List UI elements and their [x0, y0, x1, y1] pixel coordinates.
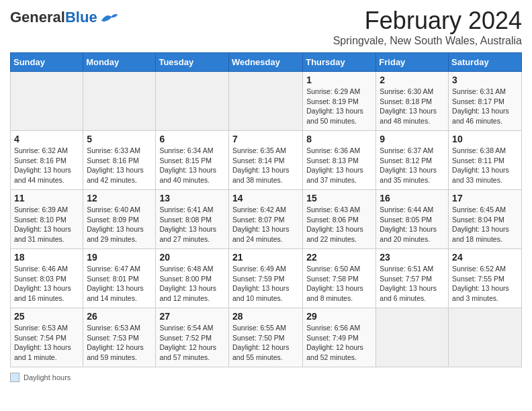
day-info: Sunrise: 6:51 AM Sunset: 7:57 PM Dayligh…	[380, 264, 445, 304]
footer: Daylight hours	[10, 373, 522, 382]
day-number: 10	[452, 134, 518, 144]
day-info: Sunrise: 6:34 AM Sunset: 8:15 PM Dayligh…	[159, 146, 225, 185]
day-info: Sunrise: 6:52 AM Sunset: 7:55 PM Dayligh…	[452, 264, 518, 304]
logo-general: General	[10, 9, 65, 26]
calendar-cell: 4Sunrise: 6:32 AM Sunset: 8:16 PM Daylig…	[11, 131, 83, 190]
calendar-week-row: 1Sunrise: 6:29 AM Sunset: 8:19 PM Daylig…	[11, 72, 522, 131]
day-number: 17	[452, 193, 518, 203]
calendar-cell: 14Sunrise: 6:42 AM Sunset: 8:07 PM Dayli…	[228, 190, 302, 249]
day-header-thursday: Thursday	[303, 53, 376, 72]
calendar-cell: 10Sunrise: 6:38 AM Sunset: 8:11 PM Dayli…	[449, 131, 522, 190]
day-number: 1	[306, 75, 372, 85]
day-number: 21	[232, 252, 299, 263]
header: GeneralBlue February 2024 Springvale, Ne…	[10, 7, 522, 47]
day-info: Sunrise: 6:56 AM Sunset: 7:49 PM Dayligh…	[306, 323, 372, 363]
day-info: Sunrise: 6:43 AM Sunset: 8:06 PM Dayligh…	[306, 205, 372, 244]
day-header-saturday: Saturday	[449, 53, 522, 72]
calendar-cell: 20Sunrise: 6:48 AM Sunset: 8:00 PM Dayli…	[156, 249, 229, 308]
day-header-wednesday: Wednesday	[228, 53, 302, 72]
calendar-header-row: SundayMondayTuesdayWednesdayThursdayFrid…	[11, 53, 522, 72]
day-info: Sunrise: 6:40 AM Sunset: 8:09 PM Dayligh…	[87, 205, 152, 244]
calendar-cell	[449, 308, 522, 367]
day-number: 25	[14, 311, 79, 322]
day-header-tuesday: Tuesday	[156, 53, 229, 72]
day-info: Sunrise: 6:55 AM Sunset: 7:50 PM Dayligh…	[232, 323, 299, 363]
day-number: 2	[380, 75, 445, 85]
day-number: 22	[306, 252, 372, 263]
day-info: Sunrise: 6:35 AM Sunset: 8:14 PM Dayligh…	[232, 146, 299, 185]
calendar-week-row: 4Sunrise: 6:32 AM Sunset: 8:16 PM Daylig…	[11, 131, 522, 190]
calendar-cell: 7Sunrise: 6:35 AM Sunset: 8:14 PM Daylig…	[228, 131, 302, 190]
day-number: 3	[452, 75, 518, 85]
calendar-cell: 22Sunrise: 6:50 AM Sunset: 7:58 PM Dayli…	[303, 249, 376, 308]
day-info: Sunrise: 6:41 AM Sunset: 8:08 PM Dayligh…	[159, 205, 225, 244]
day-number: 29	[306, 311, 372, 322]
calendar-cell: 8Sunrise: 6:36 AM Sunset: 8:13 PM Daylig…	[303, 131, 376, 190]
calendar-cell: 12Sunrise: 6:40 AM Sunset: 8:09 PM Dayli…	[83, 190, 156, 249]
day-header-monday: Monday	[83, 53, 156, 72]
calendar-cell: 5Sunrise: 6:33 AM Sunset: 8:16 PM Daylig…	[83, 131, 156, 190]
day-info: Sunrise: 6:30 AM Sunset: 8:18 PM Dayligh…	[380, 87, 445, 126]
day-info: Sunrise: 6:42 AM Sunset: 8:07 PM Dayligh…	[232, 205, 299, 244]
day-info: Sunrise: 6:36 AM Sunset: 8:13 PM Dayligh…	[306, 146, 372, 185]
day-number: 7	[232, 134, 299, 144]
day-number: 19	[87, 252, 152, 263]
calendar-cell: 2Sunrise: 6:30 AM Sunset: 8:18 PM Daylig…	[376, 72, 449, 131]
day-info: Sunrise: 6:32 AM Sunset: 8:16 PM Dayligh…	[14, 146, 79, 185]
calendar-cell: 16Sunrise: 6:44 AM Sunset: 8:05 PM Dayli…	[376, 190, 449, 249]
calendar-cell: 26Sunrise: 6:53 AM Sunset: 7:53 PM Dayli…	[83, 308, 156, 367]
calendar-cell: 17Sunrise: 6:45 AM Sunset: 8:04 PM Dayli…	[449, 190, 522, 249]
day-number: 18	[14, 252, 79, 263]
day-number: 6	[159, 134, 225, 144]
logo-text: GeneralBlue	[10, 10, 97, 25]
legend-label: Daylight hours	[24, 373, 71, 381]
day-info: Sunrise: 6:37 AM Sunset: 8:12 PM Dayligh…	[380, 146, 445, 185]
calendar-cell	[83, 72, 156, 131]
calendar-cell	[376, 308, 449, 367]
day-header-friday: Friday	[376, 53, 449, 72]
calendar-cell: 21Sunrise: 6:49 AM Sunset: 7:59 PM Dayli…	[228, 249, 302, 308]
calendar-cell	[228, 72, 302, 131]
calendar-cell: 29Sunrise: 6:56 AM Sunset: 7:49 PM Dayli…	[303, 308, 376, 367]
day-info: Sunrise: 6:39 AM Sunset: 8:10 PM Dayligh…	[14, 205, 79, 244]
calendar-cell: 15Sunrise: 6:43 AM Sunset: 8:06 PM Dayli…	[303, 190, 376, 249]
day-number: 27	[159, 311, 225, 322]
day-number: 28	[232, 311, 299, 322]
day-number: 23	[380, 252, 445, 263]
day-number: 4	[14, 134, 79, 144]
day-info: Sunrise: 6:53 AM Sunset: 7:54 PM Dayligh…	[14, 323, 79, 363]
day-info: Sunrise: 6:49 AM Sunset: 7:59 PM Dayligh…	[232, 264, 299, 304]
logo-bird-icon	[99, 10, 119, 24]
day-number: 20	[159, 252, 225, 263]
day-number: 9	[380, 134, 445, 144]
calendar-cell: 28Sunrise: 6:55 AM Sunset: 7:50 PM Dayli…	[228, 308, 302, 367]
day-number: 5	[87, 134, 152, 144]
day-number: 24	[452, 252, 518, 263]
day-info: Sunrise: 6:54 AM Sunset: 7:52 PM Dayligh…	[159, 323, 225, 363]
logo-blue: Blue	[65, 9, 97, 26]
calendar-cell: 1Sunrise: 6:29 AM Sunset: 8:19 PM Daylig…	[303, 72, 376, 131]
day-info: Sunrise: 6:46 AM Sunset: 8:03 PM Dayligh…	[14, 264, 79, 304]
calendar-cell	[11, 72, 83, 131]
day-number: 12	[87, 193, 152, 203]
day-info: Sunrise: 6:33 AM Sunset: 8:16 PM Dayligh…	[87, 146, 152, 185]
calendar-cell: 18Sunrise: 6:46 AM Sunset: 8:03 PM Dayli…	[11, 249, 83, 308]
calendar-cell: 3Sunrise: 6:31 AM Sunset: 8:17 PM Daylig…	[449, 72, 522, 131]
logo: GeneralBlue	[10, 10, 119, 25]
day-info: Sunrise: 6:53 AM Sunset: 7:53 PM Dayligh…	[87, 323, 152, 363]
day-header-sunday: Sunday	[11, 53, 83, 72]
calendar-cell: 9Sunrise: 6:37 AM Sunset: 8:12 PM Daylig…	[376, 131, 449, 190]
calendar-week-row: 11Sunrise: 6:39 AM Sunset: 8:10 PM Dayli…	[11, 190, 522, 249]
day-number: 11	[14, 193, 79, 203]
calendar-cell: 25Sunrise: 6:53 AM Sunset: 7:54 PM Dayli…	[11, 308, 83, 367]
calendar-cell: 13Sunrise: 6:41 AM Sunset: 8:08 PM Dayli…	[156, 190, 229, 249]
day-number: 13	[159, 193, 225, 203]
calendar-cell: 23Sunrise: 6:51 AM Sunset: 7:57 PM Dayli…	[376, 249, 449, 308]
calendar-week-row: 25Sunrise: 6:53 AM Sunset: 7:54 PM Dayli…	[11, 308, 522, 367]
calendar-cell: 6Sunrise: 6:34 AM Sunset: 8:15 PM Daylig…	[156, 131, 229, 190]
day-info: Sunrise: 6:50 AM Sunset: 7:58 PM Dayligh…	[306, 264, 372, 304]
day-number: 15	[306, 193, 372, 203]
title-area: February 2024 Springvale, New South Wale…	[333, 7, 522, 47]
location-title: Springvale, New South Wales, Australia	[333, 35, 522, 47]
day-number: 26	[87, 311, 152, 322]
